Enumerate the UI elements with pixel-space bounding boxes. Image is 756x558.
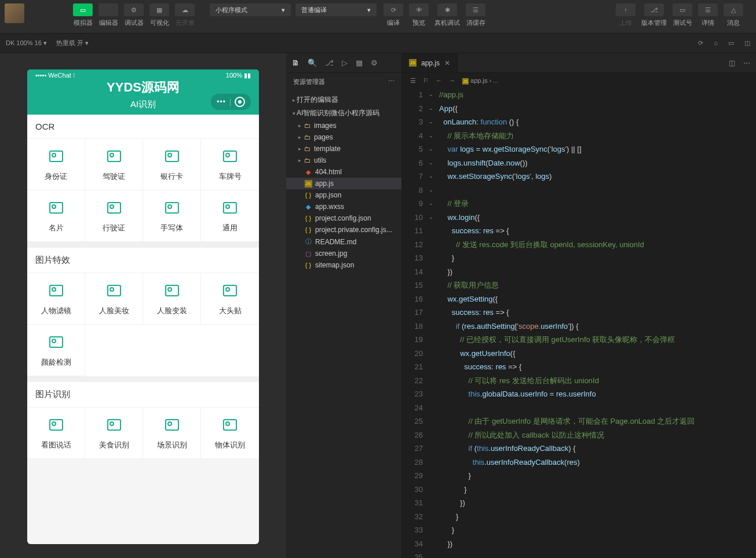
grid-item-场景识别[interactable]: 场景识别 — [143, 408, 201, 459]
editor-tab-appjs[interactable]: JS app.js ✕ — [402, 53, 458, 72]
search-icon[interactable]: 🔍 — [308, 58, 317, 67]
home-icon[interactable]: ⌂ — [714, 39, 718, 47]
tb-编辑器[interactable]: 编辑器 — [96, 3, 120, 27]
split-icon[interactable]: ◫ — [744, 39, 750, 47]
mobile-icon[interactable]: ▭ — [728, 39, 734, 47]
close-icon[interactable]: ✕ — [444, 59, 450, 67]
tb-可视化[interactable]: ▦ 可视化 — [147, 3, 171, 27]
grid-item-身份证[interactable]: 身份证 — [27, 139, 85, 190]
svg-rect-30 — [166, 420, 178, 430]
svg-rect-20 — [166, 285, 178, 296]
app-title: AI识别 — [130, 99, 156, 110]
watermark: YYDS源码网 — [107, 79, 180, 96]
grid-item-物体识别[interactable]: 物体识别 — [201, 408, 259, 459]
folder-template[interactable]: ▸🗀template — [286, 143, 401, 155]
more-icon[interactable]: ⋯ — [388, 78, 395, 86]
svg-point-1 — [52, 153, 56, 157]
grid-item-车牌号[interactable]: 车牌号 — [201, 139, 259, 190]
file-app.wxss[interactable]: ◆app.wxss — [286, 201, 401, 212]
tb-云开发[interactable]: ☁ 云开发 — [173, 3, 197, 27]
project-root[interactable]: ▾AI智能识别微信小程序源码 — [286, 107, 401, 120]
grid-item-通用[interactable]: 通用 — [201, 190, 259, 242]
files-icon[interactable]: 🗎 — [292, 58, 300, 67]
folder-images[interactable]: ▸🗀images — [286, 120, 401, 131]
svg-point-29 — [110, 422, 114, 425]
code-area[interactable]: 1234567891011121314151617181920212223242… — [402, 88, 756, 558]
refresh-icon[interactable]: ⟳ — [698, 39, 703, 47]
file-project.config.json[interactable]: { }project.config.json — [286, 212, 401, 224]
more-icon[interactable]: ⋯ — [743, 59, 750, 67]
grid-item-驾驶证[interactable]: 驾驶证 — [85, 139, 143, 190]
file-project.private.config.js...[interactable]: { }project.private.config.js... — [286, 224, 401, 236]
tb-模拟器[interactable]: ▭ 模拟器 — [71, 3, 95, 27]
tb-测试号[interactable]: ▭ 测试号 — [670, 3, 695, 27]
reload-toggle[interactable]: 热重载 开 ▾ — [56, 39, 89, 47]
svg-rect-14 — [224, 203, 236, 213]
compile-select[interactable]: 普通编译▾ — [295, 3, 377, 16]
svg-rect-2 — [108, 151, 120, 161]
tb-真机调试[interactable]: ✱ 真机调试 — [432, 3, 462, 27]
mode-select[interactable]: 小程序模式▾ — [210, 3, 291, 16]
plugin-icon[interactable]: ⚙ — [371, 58, 378, 67]
bookmark-icon[interactable]: ⚐ — [423, 77, 429, 85]
status-bar: DK 100% 16 ▾ 热重载 开 ▾ ⟳ ⌂ ▭ ◫ — [0, 34, 756, 53]
editor-pane: JS app.js ✕ ◫ ⋯ ☰ ⚐ ← → JS app.js › ... … — [402, 53, 756, 558]
file-app.js[interactable]: JSapp.js — [286, 178, 401, 189]
grid-item-名片[interactable]: 名片 — [27, 190, 85, 242]
tb-详情[interactable]: ☰ 详情 — [696, 3, 720, 27]
file-sitemap.json[interactable]: { }sitemap.json — [286, 259, 401, 271]
folder-pages[interactable]: ▸🗀pages — [286, 131, 401, 143]
tb-清缓存[interactable]: ☰ 清缓存 — [463, 3, 488, 27]
tb-上传[interactable]: ↑ 上传 — [613, 3, 638, 27]
svg-point-27 — [52, 422, 56, 425]
svg-rect-18 — [108, 285, 120, 296]
tb-版本管理[interactable]: ⎇ 版本管理 — [639, 3, 669, 27]
svg-point-15 — [226, 205, 229, 208]
grid-item-人脸美妆[interactable]: 人脸美妆 — [85, 273, 143, 325]
svg-point-11 — [110, 205, 114, 208]
section-title: OCR — [27, 115, 259, 139]
topbar: ▭ 模拟器 编辑器 ⚙ 调试器 ▦ 可视化 ☁ 云开发 小程序模式▾ 普通编译▾… — [0, 0, 756, 34]
list-icon[interactable]: ☰ — [410, 77, 416, 85]
file-screen.jpg[interactable]: ▢screen.jpg — [286, 248, 401, 259]
svg-rect-28 — [108, 420, 120, 430]
grid-item-行驶证[interactable]: 行驶证 — [85, 190, 143, 242]
svg-rect-4 — [166, 151, 178, 161]
git-icon[interactable]: ⎇ — [325, 58, 334, 67]
grid-item-大头贴[interactable]: 大头贴 — [201, 273, 259, 325]
grid-item-银行卡[interactable]: 银行卡 — [143, 139, 201, 190]
svg-point-31 — [168, 422, 171, 425]
file-404.html[interactable]: ◆404.html — [286, 166, 401, 178]
file-README.md[interactable]: ⓘREADME.md — [286, 236, 401, 248]
svg-point-19 — [110, 288, 114, 291]
extensions-icon[interactable]: ▦ — [356, 58, 363, 67]
svg-rect-16 — [50, 285, 63, 296]
svg-rect-10 — [108, 203, 120, 213]
svg-rect-32 — [224, 420, 236, 430]
opened-editors[interactable]: ▸打开的编辑器 — [286, 93, 401, 107]
split-editor-icon[interactable]: ◫ — [729, 59, 735, 67]
capsule-button[interactable]: •••| — [211, 94, 251, 110]
explorer-pane: 🗎 🔍 ⎇ ▷ ▦ ⚙ 资源管理器 ⋯ ▸打开的编辑器 ▾AI智能识别微信小程序… — [286, 53, 402, 558]
device-select[interactable]: DK 100% 16 ▾ — [6, 39, 47, 47]
svg-rect-12 — [166, 203, 178, 213]
section-title: 图片特效 — [27, 248, 259, 273]
folder-utils[interactable]: ▸🗀utils — [286, 155, 401, 166]
grid-item-颜龄检测[interactable]: 颜龄检测 — [27, 325, 85, 376]
svg-point-25 — [52, 339, 56, 343]
grid-item-美食识别[interactable]: 美食识别 — [85, 408, 143, 459]
svg-rect-24 — [50, 337, 63, 347]
tb-编译[interactable]: ⟳ 编译 — [381, 3, 406, 27]
tb-消息[interactable]: △ 消息 — [721, 3, 746, 27]
back-icon[interactable]: ← — [436, 77, 442, 85]
tb-预览[interactable]: 👁 预览 — [407, 3, 431, 27]
grid-item-看图说话[interactable]: 看图说话 — [27, 408, 85, 459]
debug-icon[interactable]: ▷ — [342, 58, 348, 67]
forward-icon[interactable]: → — [449, 77, 455, 85]
avatar[interactable] — [5, 3, 24, 23]
grid-item-手写体[interactable]: 手写体 — [143, 190, 201, 242]
grid-item-人脸变装[interactable]: 人脸变装 — [143, 273, 201, 325]
file-app.json[interactable]: { }app.json — [286, 189, 401, 201]
grid-item-人物滤镜[interactable]: 人物滤镜 — [27, 273, 85, 325]
tb-调试器[interactable]: ⚙ 调试器 — [122, 3, 146, 27]
